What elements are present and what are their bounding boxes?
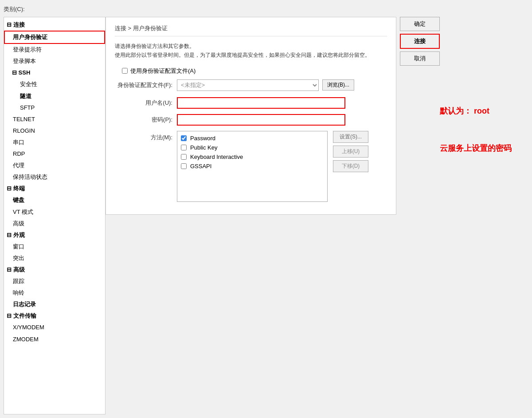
method-area: PasswordPublic KeyKeyboard InteractiveGS… xyxy=(177,131,368,202)
password-row: 密码(P): xyxy=(115,114,387,126)
category-label: 类别(C): xyxy=(4,4,528,17)
sidebar-item-filetransfer[interactable]: ⊟ 文件传输 xyxy=(4,310,105,322)
password-input[interactable] xyxy=(177,114,345,126)
method-checkbox-password[interactable] xyxy=(181,135,187,141)
method-checkbox-gssapi[interactable] xyxy=(181,163,187,169)
settings-button[interactable]: 设置(S)... xyxy=(333,131,368,143)
breadcrumb: 连接 > 用户身份验证 xyxy=(115,24,387,36)
sidebar: ⊟ 连接用户身份验证登录提示符登录脚本⊟ SSH安全性隧道SFTPTELNETR… xyxy=(4,17,106,414)
sidebar-item-advanced[interactable]: 高级 xyxy=(4,218,105,229)
sidebar-item-keepalive[interactable]: 保持活动状态 xyxy=(4,171,105,183)
sidebar-item-user-auth[interactable]: 用户身份验证 xyxy=(4,31,105,44)
method-label: 方法(M): xyxy=(115,131,177,142)
method-label-text: GSSAPI xyxy=(190,163,211,170)
up-button[interactable]: 上移(U) xyxy=(333,146,368,158)
sidebar-item-xymodem[interactable]: X/YMODEM xyxy=(4,322,105,333)
annotation-username-text: 默认为： root xyxy=(440,106,528,116)
method-item: Keyboard Interactive xyxy=(181,154,324,160)
username-label: 用户名(U): xyxy=(115,99,177,107)
sidebar-item-vt-mode[interactable]: VT 模式 xyxy=(4,206,105,218)
sidebar-item-rlogin[interactable]: RLOGIN xyxy=(4,125,105,137)
sidebar-item-terminal[interactable]: ⊟ 终端 xyxy=(4,183,105,194)
method-item: GSSAPI xyxy=(181,163,324,170)
sidebar-item-security[interactable]: 安全性 xyxy=(4,79,105,90)
method-item: Public Key xyxy=(181,144,324,151)
method-label-text: Public Key xyxy=(190,144,217,151)
dialog-window: 类别(C): ⊟ 连接用户身份验证登录提示符登录脚本⊟ SSH安全性隧道SFTP… xyxy=(0,0,532,418)
use-profile-row: 使用身份验证配置文件(A) xyxy=(115,67,387,75)
sidebar-item-telnet[interactable]: TELNET xyxy=(4,114,105,125)
method-checkbox-keyboard-interactive[interactable] xyxy=(181,154,187,160)
desc1: 请选择身份验证方法和其它参数。 使用此部分以节省登录时间。但是，为了最大限度地提… xyxy=(115,42,387,60)
down-button[interactable]: 下移(D) xyxy=(333,160,368,172)
sidebar-item-proxy[interactable]: 代理 xyxy=(4,160,105,171)
profile-file-row: 身份验证配置文件(F): <未指定> 浏览(B)... xyxy=(115,79,387,91)
right-buttons: 确定 连接 取消 xyxy=(400,17,440,66)
method-item: Password xyxy=(181,135,324,142)
sidebar-item-sftp[interactable]: SFTP xyxy=(4,102,105,114)
annotation-area: 默认为： root 云服务上设置的密码 xyxy=(440,17,528,154)
sidebar-item-serial[interactable]: 串口 xyxy=(4,137,105,148)
profile-file-label: 身份验证配置文件(F): xyxy=(115,81,177,89)
annotation-password-text: 云服务上设置的密码 xyxy=(440,143,528,154)
username-row: 用户名(U): xyxy=(115,97,387,109)
username-input[interactable] xyxy=(177,97,345,109)
sidebar-item-zmodem[interactable]: ZMODEM xyxy=(4,334,105,345)
sidebar-item-highlight[interactable]: 突出 xyxy=(4,252,105,264)
method-row: 方法(M): PasswordPublic KeyKeyboard Intera… xyxy=(115,131,387,202)
sidebar-item-keyboard[interactable]: 键盘 xyxy=(4,194,105,206)
sidebar-item-ssh[interactable]: ⊟ SSH xyxy=(4,67,105,79)
content-panel: 连接 > 用户身份验证 请选择身份验证方法和其它参数。 使用此部分以节省登录时间… xyxy=(106,17,396,215)
profile-file-select[interactable]: <未指定> xyxy=(177,79,319,91)
ok-button[interactable]: 确定 xyxy=(400,17,440,31)
sidebar-item-login-script[interactable]: 登录脚本 xyxy=(4,55,105,67)
sidebar-item-tunnel[interactable]: 隧道 xyxy=(4,91,105,102)
method-buttons: 设置(S)... 上移(U) 下移(D) xyxy=(333,131,368,172)
sidebar-item-connection[interactable]: ⊟ 连接 xyxy=(4,19,105,31)
browse-button[interactable]: 浏览(B)... xyxy=(322,79,354,91)
sidebar-item-rdp[interactable]: RDP xyxy=(4,148,105,160)
sidebar-item-appearance[interactable]: ⊟ 外观 xyxy=(4,229,105,241)
cancel-button[interactable]: 取消 xyxy=(400,51,440,66)
method-label-text: Keyboard Interactive xyxy=(190,154,243,160)
method-label-text: Password xyxy=(190,135,215,142)
sidebar-item-logging[interactable]: 日志记录 xyxy=(4,299,105,310)
sidebar-item-bell[interactable]: 响铃 xyxy=(4,287,105,299)
method-list: PasswordPublic KeyKeyboard InteractiveGS… xyxy=(177,131,328,202)
sidebar-item-window[interactable]: 窗口 xyxy=(4,241,105,252)
method-checkbox-public-key[interactable] xyxy=(181,145,187,150)
sidebar-item-login-prompt[interactable]: 登录提示符 xyxy=(4,44,105,55)
use-profile-label: 使用身份验证配置文件(A) xyxy=(130,67,196,75)
use-profile-checkbox[interactable] xyxy=(122,68,128,74)
connect-button[interactable]: 连接 xyxy=(400,34,440,49)
password-label: 密码(P): xyxy=(115,116,177,124)
sidebar-item-advanced2[interactable]: ⊟ 高级 xyxy=(4,264,105,276)
sidebar-item-trace[interactable]: 跟踪 xyxy=(4,276,105,287)
